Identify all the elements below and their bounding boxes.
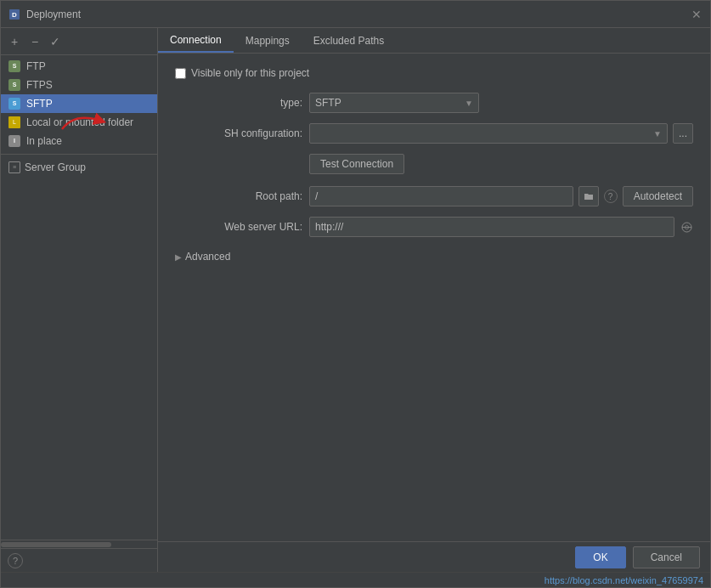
tab-mappings[interactable]: Mappings xyxy=(234,28,302,53)
sidebar-divider xyxy=(1,154,157,155)
sidebar-item-ftp[interactable]: S FTP xyxy=(1,57,157,76)
sidebar-item-server-group[interactable]: ≡ Server Group xyxy=(1,158,157,177)
right-panel: Connection Mappings Excluded Paths Visib… xyxy=(158,28,710,572)
ssh-select[interactable] xyxy=(315,127,662,139)
tab-excluded-paths[interactable]: Excluded Paths xyxy=(302,28,396,53)
advanced-header[interactable]: ▶ Advanced xyxy=(175,247,693,266)
sidebar-item-ftps-label: FTPS xyxy=(26,79,53,91)
svg-text:D: D xyxy=(12,11,17,19)
root-path-browse-button[interactable] xyxy=(578,186,599,206)
confirm-server-button[interactable]: ✓ xyxy=(47,33,64,50)
sidebar-item-ftps[interactable]: S FTPS xyxy=(1,76,157,94)
web-server-url-input[interactable] xyxy=(309,217,674,237)
visible-only-row: Visible only for this project xyxy=(175,67,693,79)
root-path-control-wrap: ? Autodetect xyxy=(309,186,693,206)
web-server-url-label: Web server URL: xyxy=(175,221,302,233)
root-path-info-icon[interactable]: ? xyxy=(604,189,618,203)
dialog-icon: D xyxy=(8,8,21,21)
add-server-button[interactable]: + xyxy=(6,33,23,50)
bottom-bar: OK Cancel xyxy=(158,541,710,572)
sidebar-item-local[interactable]: L Local or mounted folder xyxy=(1,113,157,132)
ssh-select-box[interactable]: ▼ xyxy=(309,123,668,144)
web-server-url-control-wrap xyxy=(309,217,693,237)
ssh-browse-button[interactable]: ... xyxy=(673,123,693,144)
sidebar-toolbar: + − ✓ xyxy=(1,28,157,55)
root-path-label: Root path: xyxy=(175,190,302,202)
bottom-buttons: OK Cancel xyxy=(575,546,700,568)
tabs: Connection Mappings Excluded Paths xyxy=(158,28,710,54)
sidebar-scrollbar[interactable] xyxy=(1,540,157,548)
sidebar-item-ftp-label: FTP xyxy=(26,60,46,72)
type-select-box[interactable]: SFTP FTP FTPS Local or mounted folder ▼ xyxy=(309,93,479,113)
sidebar-item-sftp[interactable]: S SFTP xyxy=(1,94,157,113)
remove-server-button[interactable]: − xyxy=(26,33,43,50)
main-content: + − ✓ S FTP S FTPS xyxy=(1,28,710,572)
web-server-external-link-icon[interactable] xyxy=(680,220,693,234)
tab-content-connection: Visible only for this project type: SFTP… xyxy=(158,54,710,541)
status-url[interactable]: https://blog.csdn.net/weixin_47659974 xyxy=(545,575,703,585)
visible-only-checkbox[interactable] xyxy=(175,68,186,79)
web-server-url-row: Web server URL: xyxy=(175,217,693,237)
root-path-input[interactable] xyxy=(309,186,573,206)
type-select[interactable]: SFTP FTP FTPS Local or mounted folder xyxy=(315,97,473,109)
advanced-section: ▶ Advanced xyxy=(175,247,693,266)
visible-only-label: Visible only for this project xyxy=(191,67,309,79)
sidebar: + − ✓ S FTP S FTPS xyxy=(1,28,158,572)
ssh-config-label: SH configuration: xyxy=(175,127,302,139)
root-path-row: Root path: ? Autodetect xyxy=(175,186,693,206)
local-folder-icon: L xyxy=(8,116,21,129)
deployment-dialog: D Deployment ✕ + − ✓ S FTP xyxy=(0,0,711,588)
sftp-icon: S xyxy=(8,97,21,110)
type-row: type: SFTP FTP FTPS Local or mounted fol… xyxy=(175,93,693,113)
close-button[interactable]: ✕ xyxy=(690,8,703,21)
sidebar-item-local-label: Local or mounted folder xyxy=(26,116,133,128)
server-group-icon: ≡ xyxy=(8,161,21,174)
advanced-chevron-icon: ▶ xyxy=(175,252,182,262)
type-label: type: xyxy=(175,97,302,109)
sidebar-server-group-label: Server Group xyxy=(25,161,86,173)
type-control-wrap: SFTP FTP FTPS Local or mounted folder ▼ xyxy=(309,93,693,113)
sidebar-item-inplace-label: In place xyxy=(26,135,62,147)
help-button[interactable]: ? xyxy=(8,553,23,568)
ftps-icon: S xyxy=(8,78,21,92)
cancel-button[interactable]: Cancel xyxy=(633,546,700,568)
test-connection-button[interactable]: Test Connection xyxy=(309,154,404,174)
sidebar-list: S FTP S FTPS S SFTP xyxy=(1,55,157,540)
tab-connection[interactable]: Connection xyxy=(158,28,234,53)
status-bar: https://blog.csdn.net/weixin_47659974 xyxy=(1,572,710,587)
title-bar: D Deployment ✕ xyxy=(1,1,710,28)
sidebar-item-sftp-label: SFTP xyxy=(26,98,53,110)
inplace-icon: I xyxy=(8,134,21,148)
sidebar-item-inplace[interactable]: I In place xyxy=(1,132,157,150)
sidebar-help-area: ? xyxy=(1,548,157,572)
ftp-icon: S xyxy=(8,59,21,73)
ok-button[interactable]: OK xyxy=(575,546,625,568)
ssh-config-control-wrap: ▼ ... xyxy=(309,123,693,144)
dialog-title: Deployment xyxy=(26,8,690,20)
autodetect-button[interactable]: Autodetect xyxy=(623,186,693,206)
advanced-label: Advanced xyxy=(185,251,230,263)
sidebar-scrollbar-thumb xyxy=(1,542,111,547)
ssh-config-row: SH configuration: ▼ ... xyxy=(175,123,693,144)
test-connection-row: Test Connection xyxy=(175,154,693,186)
